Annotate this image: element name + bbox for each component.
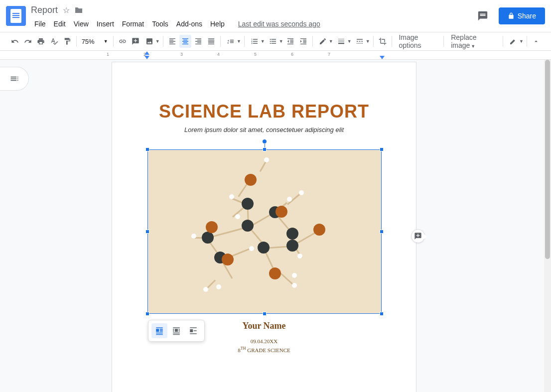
menu-tools[interactable]: Tools xyxy=(148,18,172,30)
resize-handle-bot-left[interactable] xyxy=(145,312,149,316)
menu-edit[interactable]: Edit xyxy=(50,18,69,30)
numbered-list-button[interactable] xyxy=(248,35,262,48)
border-color-button[interactable] xyxy=(316,35,330,48)
right-indent-marker[interactable] xyxy=(380,56,385,59)
ruler-mark: 3 xyxy=(180,52,183,57)
molecule-illustration xyxy=(148,150,381,313)
image-wrap-popup xyxy=(148,320,205,342)
bulleted-list-dropdown[interactable]: ▼ xyxy=(279,39,283,44)
resize-handle-bot-mid[interactable] xyxy=(263,312,267,316)
numbered-list-dropdown[interactable]: ▼ xyxy=(261,39,265,44)
star-icon[interactable]: ☆ xyxy=(63,5,70,15)
menu-addons[interactable]: Add-ons xyxy=(173,18,206,30)
docs-logo-icon[interactable] xyxy=(6,6,26,26)
undo-button[interactable] xyxy=(9,35,21,48)
grade-label[interactable]: 8TH GRADE SCIENCE xyxy=(112,346,416,353)
bulleted-list-button[interactable] xyxy=(266,35,280,48)
editing-mode-button[interactable] xyxy=(506,35,520,48)
ruler-mark: 5 xyxy=(254,52,257,57)
border-weight-button[interactable] xyxy=(334,35,348,48)
wrap-break-button[interactable] xyxy=(185,323,201,338)
border-color-dropdown[interactable]: ▼ xyxy=(329,39,333,44)
decrease-indent-button[interactable] xyxy=(284,35,296,48)
resize-handle-top-left[interactable] xyxy=(145,147,149,151)
share-button-label: Share xyxy=(518,12,536,20)
image-options-button[interactable]: Image options xyxy=(395,31,440,51)
add-comment-side-button[interactable] xyxy=(411,229,425,243)
vertical-scrollbar[interactable] xyxy=(544,60,551,392)
collapse-toolbar-button[interactable] xyxy=(530,35,542,48)
ruler-mark: 4 xyxy=(217,52,220,57)
menu-file[interactable]: File xyxy=(31,18,49,30)
border-weight-dropdown[interactable]: ▼ xyxy=(347,39,352,44)
resize-handle-top-mid[interactable] xyxy=(263,147,267,151)
align-left-button[interactable] xyxy=(166,35,178,48)
print-button[interactable] xyxy=(35,35,47,48)
ruler-mark: 1 xyxy=(107,52,109,57)
align-justify-button[interactable] xyxy=(205,35,217,48)
wrap-inline-button[interactable] xyxy=(151,323,167,338)
align-right-button[interactable] xyxy=(192,35,204,48)
toolbar: 75%▼ ▼ ▼ ▼ ▼ ▼ ▼ ▼ Image options Replace xyxy=(0,32,551,51)
wrap-text-button[interactable] xyxy=(168,323,184,338)
crop-image-button[interactable] xyxy=(376,35,388,48)
rotate-handle[interactable] xyxy=(262,139,267,144)
scrollbar-thumb[interactable] xyxy=(545,60,550,259)
outline-tab-button[interactable] xyxy=(0,67,29,91)
page-title[interactable]: SCIENCE LAB REPORT xyxy=(112,101,416,122)
menu-help[interactable]: Help xyxy=(207,18,228,30)
last-edit-link[interactable]: Last edit was seconds ago xyxy=(238,20,320,28)
document-page[interactable]: SCIENCE LAB REPORT Lorem ipsum dolor sit… xyxy=(112,62,416,392)
resize-handle-top-right[interactable] xyxy=(380,147,384,151)
replace-image-button[interactable]: Replace image▼ xyxy=(447,31,500,51)
add-comment-button[interactable] xyxy=(130,35,141,48)
share-button[interactable]: Share xyxy=(499,7,545,24)
paint-format-button[interactable] xyxy=(61,35,73,48)
horizontal-ruler[interactable]: 1 2 3 4 5 6 7 xyxy=(0,51,551,60)
insert-image-dropdown[interactable]: ▼ xyxy=(155,39,160,44)
menu-format[interactable]: Format xyxy=(119,18,147,30)
editing-mode-dropdown[interactable]: ▼ xyxy=(519,39,524,44)
selected-image[interactable] xyxy=(147,149,382,314)
increase-indent-button[interactable] xyxy=(297,35,309,48)
insert-link-button[interactable] xyxy=(116,35,128,48)
align-center-button[interactable] xyxy=(179,35,191,48)
first-line-indent-marker[interactable] xyxy=(144,51,149,55)
insert-image-button[interactable] xyxy=(142,35,156,48)
move-folder-icon[interactable] xyxy=(75,6,83,13)
line-spacing-button[interactable] xyxy=(224,35,238,48)
ruler-mark: 6 xyxy=(291,52,293,57)
resize-handle-mid-right[interactable] xyxy=(380,230,384,234)
comments-icon[interactable] xyxy=(474,7,492,25)
resize-handle-mid-left[interactable] xyxy=(145,230,149,234)
zoom-select[interactable]: 75%▼ xyxy=(80,36,110,47)
left-indent-marker[interactable] xyxy=(144,56,149,59)
menu-view[interactable]: View xyxy=(70,18,92,30)
menu-insert[interactable]: Insert xyxy=(93,18,118,30)
document-canvas[interactable]: SCIENCE LAB REPORT Lorem ipsum dolor sit… xyxy=(0,60,551,392)
border-dash-dropdown[interactable]: ▼ xyxy=(366,39,370,44)
ruler-mark: 7 xyxy=(328,52,330,57)
line-spacing-dropdown[interactable]: ▼ xyxy=(237,39,241,44)
resize-handle-bot-right[interactable] xyxy=(380,312,384,316)
page-subtitle[interactable]: Lorem ipsum dolor sit amet, consectetuer… xyxy=(112,126,416,133)
border-dash-button[interactable] xyxy=(353,35,367,48)
document-title[interactable]: Report xyxy=(31,5,58,15)
redo-button[interactable] xyxy=(22,35,34,48)
spellcheck-button[interactable] xyxy=(48,35,60,48)
